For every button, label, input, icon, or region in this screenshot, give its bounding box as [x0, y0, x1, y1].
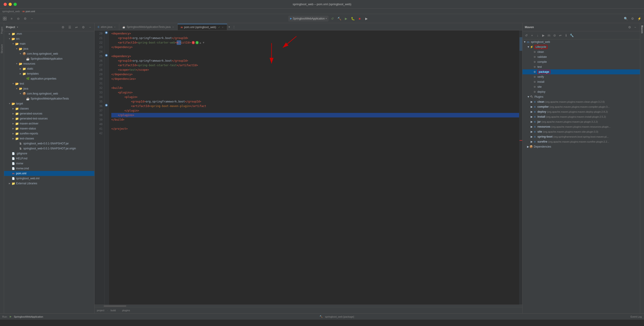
tab-application-java[interactable]: C ation.java ×	[94, 24, 119, 30]
maven-item-compile[interactable]: ▶ ⚙ compile	[522, 59, 640, 64]
maven-wrench-btn[interactable]: 🔧	[569, 33, 574, 38]
horizontal-scrollbar[interactable]	[94, 305, 522, 307]
run-button[interactable]: ▶	[343, 16, 349, 22]
maven-item-package[interactable]: ▶ ⚙ package	[522, 69, 640, 74]
maven-vertical-label[interactable]: Maven	[641, 25, 643, 35]
tree-item-resources[interactable]: ▼ 📂 resources	[4, 61, 94, 66]
maven-skip-btn[interactable]: ⊘	[552, 33, 557, 38]
plugin-button[interactable]: ⚡	[636, 16, 642, 22]
tree-item-templates[interactable]: ▶ 📁 templates	[4, 71, 94, 76]
maven-plugin-spring-boot[interactable]: ▶ ⚙ spring-boot (org.springframework.boo…	[522, 134, 640, 139]
tab-close-tests[interactable]: ×	[172, 26, 174, 29]
maven-plugins-section[interactable]: ▼ 🔌 Plugins	[522, 94, 640, 99]
tree-item-classes[interactable]: ▶ 📁 classes	[4, 106, 94, 111]
tree-item-gitignore[interactable]: ▶ 📄 .gitignore	[4, 151, 94, 156]
minimize-button[interactable]	[8, 3, 12, 6]
sidebar-settings2-btn[interactable]: ⚙	[81, 25, 86, 30]
event-log[interactable]: Event Log	[630, 315, 642, 318]
maven-plugin-resources[interactable]: ▶ ⚙ resources (org.apache.maven.plugins:…	[522, 124, 640, 129]
close-button[interactable]	[4, 3, 7, 6]
tab-more-btn[interactable]: ▾	[227, 24, 231, 30]
tree-item-java-main[interactable]: ▼ 📂 java	[4, 46, 94, 51]
scroll-thumb[interactable]	[520, 37, 522, 51]
tree-item-com-pkg[interactable]: ▼ 📦 com.feng.springboot_web	[4, 51, 94, 56]
maven-plugin-site[interactable]: ▶ ⚙ site (org.apache.maven.plugins:maven…	[522, 129, 640, 134]
maven-item-deploy[interactable]: ▶ ⚙ deploy	[522, 89, 640, 94]
structure-tab-label[interactable]: Structure	[1, 44, 3, 54]
project-button[interactable]	[2, 16, 8, 22]
tree-item-maven-status[interactable]: ▶ 📁 maven-status	[4, 126, 94, 131]
maven-toggle-btn[interactable]: ⇌	[558, 33, 563, 38]
maven-item-clean[interactable]: ▶ ⚙ clean	[522, 49, 640, 54]
breadcrumb-project[interactable]: springboot_web	[2, 10, 20, 13]
maven-item-verify[interactable]: ▶ ⚙ verify	[522, 74, 640, 79]
sidebar-minimize-btn[interactable]: −	[88, 25, 92, 30]
maven-refresh-btn[interactable]: ↺	[524, 33, 529, 38]
maximize-button[interactable]	[14, 3, 17, 6]
coverage-button[interactable]: ▶	[364, 16, 369, 22]
maven-plugin-deploy[interactable]: ▶ ⚙ deploy (org.apache.maven.plugins:mav…	[522, 109, 640, 114]
maven-dependencies-section[interactable]: ▶ 📦 Dependencies	[522, 144, 640, 149]
tree-item-app-props[interactable]: ▶ 🌿 application.properties	[4, 76, 94, 81]
tree-item-iml[interactable]: ▶ 📄 springboot_web.iml	[4, 176, 94, 181]
sidebar-settings-btn[interactable]: ⇌	[74, 25, 79, 30]
run-config-dropdown[interactable]: ▾	[326, 17, 327, 20]
maven-download-btn[interactable]: ↓	[535, 33, 540, 38]
tree-item-pomxml[interactable]: ▶ m pom.xml	[4, 171, 94, 176]
build-button[interactable]: 🔨	[336, 16, 342, 22]
tree-item-jar2[interactable]: ▶ 🗜 springboot_web-0.0.1-SNAPSHOT.jar.or…	[4, 146, 94, 151]
maven-lifecycle-section[interactable]: ▼ ⚡ Lifecycle	[522, 44, 640, 49]
tree-item-target[interactable]: ▼ 📂 target	[4, 101, 94, 106]
maven-plugin-clean[interactable]: ▶ ⚙ clean (org.apache.maven.plugins:mave…	[522, 99, 640, 104]
tree-item-java-test[interactable]: ▼ 📂 java	[4, 86, 94, 91]
maven-add-btn[interactable]: +	[530, 33, 534, 38]
minimize-panel-button[interactable]: −	[29, 16, 35, 22]
maven-plugin-jar[interactable]: ▶ ⚙ jar (org.apache.maven.plugins:maven-…	[522, 119, 640, 124]
sidebar-cog-btn[interactable]: ⚙	[60, 25, 66, 30]
tree-item-gen-test-sources[interactable]: ▶ 📁 generated-test-sources	[4, 116, 94, 121]
minimap-scrollbar[interactable]	[519, 30, 522, 305]
tab-close-application[interactable]: ×	[114, 26, 116, 29]
tree-item-help[interactable]: ▶ 📄 HELP.md	[4, 156, 94, 161]
maven-item-validate[interactable]: ▶ ⚙ validate	[522, 54, 640, 59]
tree-item-mvn[interactable]: ▶ 📁 .mvn	[4, 31, 94, 36]
maven-plugin-install[interactable]: ▶ ⚙ install (org.apache.maven.plugins:ma…	[522, 114, 640, 119]
maven-item-test[interactable]: ▶ ⚙ test	[522, 64, 640, 69]
maven-m-btn[interactable]: m	[546, 33, 552, 38]
maven-run-btn[interactable]: ▶	[541, 33, 546, 38]
maven-settings-btn[interactable]: ⚙	[627, 25, 632, 30]
tree-item-surefire[interactable]: ▶ 📁 surefire-reports	[4, 131, 94, 136]
scrollbar-thumb[interactable]	[104, 305, 126, 307]
project-tab-label[interactable]: Project	[1, 27, 3, 34]
tree-item-main[interactable]: ▼ 📂 main	[4, 41, 94, 46]
settings-gear-button[interactable]: ⚙	[630, 16, 636, 22]
refresh-button[interactable]: ↺	[330, 16, 335, 22]
tree-item-springboot-app[interactable]: ▶ ☕ SpringbootWebApplication	[4, 56, 94, 61]
tree-item-mvnw[interactable]: ▶ 📄 mvnw	[4, 161, 94, 166]
code-content[interactable]: <dependency> <groupId>org.springframewor…	[109, 30, 519, 305]
maven-minimize-btn[interactable]: −	[633, 25, 638, 30]
list-view-button[interactable]: ≡	[8, 16, 14, 22]
sidebar-gear-btn[interactable]: ☰	[67, 25, 72, 30]
tree-item-test-classes[interactable]: ▶ 📁 test-classes	[4, 136, 94, 141]
maven-plugin-surefire[interactable]: ▶ ⚙ surefire (org.apache.maven.plugins:m…	[522, 139, 640, 144]
search-button[interactable]: 🔍	[623, 16, 628, 22]
tree-item-com-pkg-test[interactable]: ▼ 📦 com.feng.springboot_web	[4, 91, 94, 96]
stop-button[interactable]: ■	[356, 16, 362, 22]
settings-button[interactable]: ⚙	[22, 16, 28, 22]
tree-item-test[interactable]: ▼ 📂 test	[4, 81, 94, 86]
breadcrumb-file[interactable]: pom.xml	[26, 10, 35, 13]
maven-plugin-compiler[interactable]: ▶ ⚙ compiler (org.apache.maven.plugins:m…	[522, 104, 640, 109]
tree-item-src[interactable]: ▼ 📂 src	[4, 36, 94, 41]
maven-item-install[interactable]: ▶ ⚙ install	[522, 79, 640, 84]
maven-item-site[interactable]: ▶ ⚙ site	[522, 84, 640, 89]
tree-item-springboot-tests[interactable]: ▶ ☕ SpringbootWebApplicationTests	[4, 96, 94, 101]
tree-item-static[interactable]: ▶ 📁 static	[4, 66, 94, 71]
tab-close-pom[interactable]: ×	[222, 26, 224, 29]
tab-pom-xml[interactable]: m pom.xml (springboot_web) ✓ ×	[178, 24, 227, 30]
tree-item-jar1[interactable]: ▶ 🗜 springboot_web-0.0.1-SNAPSHOT.jar	[4, 141, 94, 146]
tree-item-maven-archiver[interactable]: ▶ 📁 maven-archiver	[4, 121, 94, 126]
tab-settings-btn[interactable]: ⋮	[231, 24, 237, 30]
collapse-button[interactable]: ⊖	[16, 16, 21, 22]
tree-item-mvnwcmd[interactable]: ▶ 📄 mvnw.cmd	[4, 166, 94, 171]
